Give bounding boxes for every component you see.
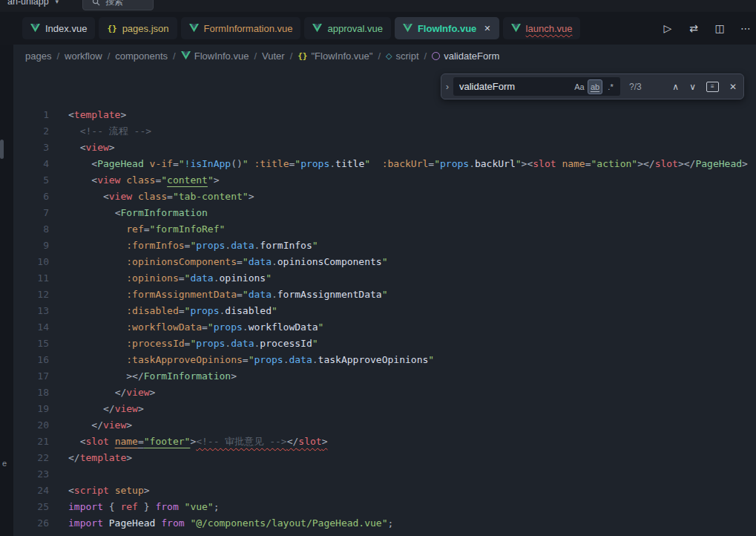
code-text: :formInfos="props.data.formInfos": [68, 238, 318, 254]
json-braces-icon: {}: [298, 51, 307, 61]
code-line[interactable]: 12 :formAssignmentData="data.formAssignm…: [0, 287, 756, 303]
find-in-selection-icon[interactable]: ≡: [706, 82, 719, 92]
breadcrumb-item-script[interactable]: ◇ script: [386, 50, 419, 62]
code-text: </view>: [68, 401, 144, 417]
chevron-down-icon[interactable]: ▾: [56, 0, 59, 5]
vue-file-icon: [189, 24, 199, 33]
code-line[interactable]: 2 <!-- 流程 -->: [0, 123, 756, 140]
breadcrumb-item-workflow[interactable]: workflow: [65, 50, 102, 62]
code-line[interactable]: 18 </view>: [0, 385, 756, 401]
breadcrumb-separator: /: [290, 50, 293, 62]
code-line[interactable]: 3 <view>: [0, 140, 756, 156]
breadcrumb-item-file[interactable]: FlowInfo.vue: [181, 50, 249, 62]
open-changes-icon[interactable]: ⇄: [686, 22, 701, 34]
code-line[interactable]: 22</template>: [0, 450, 756, 466]
code-text: :disabled="props.disabled": [68, 303, 277, 319]
code-line[interactable]: 7 <FormInformation: [0, 205, 756, 221]
symbol-module-icon: ◇: [386, 51, 392, 61]
vue-file-icon: [312, 24, 322, 33]
breadcrumb-item-components[interactable]: components: [115, 50, 168, 62]
code-text: <!-- 流程 -->: [68, 123, 151, 140]
code-text: import PageHead from "@/components/layou…: [68, 515, 393, 532]
tab-label: FlowInfo.vue: [418, 23, 476, 34]
code-text: </view>: [68, 417, 132, 434]
close-icon[interactable]: ✕: [484, 24, 490, 33]
vue-file-icon: [403, 24, 412, 33]
breadcrumb: pages / workflow / components / FlowInfo…: [0, 45, 756, 67]
breadcrumb-item-file-symbol[interactable]: {} "FlowInfo.vue": [298, 50, 372, 62]
code-text: :formAssignmentData="data.formAssignment…: [68, 287, 388, 303]
tab-label: pages.json: [122, 23, 169, 34]
breadcrumb-item-validateform[interactable]: validateForm: [432, 50, 499, 62]
tab-forminformation-vue[interactable]: FormInformation.vue: [181, 17, 301, 39]
code-line[interactable]: 4 <PageHead v-if="!isInApp()" :title="pr…: [0, 156, 756, 172]
code-line[interactable]: 25import { ref } from "vue";: [0, 499, 756, 515]
code-text: import { ref } from "vue";: [68, 499, 220, 515]
whole-word-toggle[interactable]: ab: [588, 79, 602, 94]
find-input[interactable]: validateForm Aa ab .*: [453, 77, 620, 96]
breadcrumb-separator: /: [108, 50, 111, 62]
code-line[interactable]: 26import PageHead from "@/components/lay…: [0, 515, 756, 532]
code-line[interactable]: 21 <slot name="footer"><!-- 审批意见 --></sl…: [0, 434, 756, 450]
find-query-text: validateForm: [459, 81, 571, 92]
tab-index-vue[interactable]: Index.vue: [22, 17, 95, 39]
command-search-box[interactable]: 搜索: [82, 0, 154, 10]
breadcrumb-separator: /: [378, 50, 381, 62]
code-text: :opinionsComponents="data.opinionsCompon…: [68, 254, 388, 270]
sidebar-drag-handle[interactable]: [0, 140, 4, 159]
vue-file-icon: [181, 51, 191, 60]
tab-label: launch.vue: [526, 23, 573, 34]
breadcrumb-separator: /: [173, 50, 176, 62]
tab-label: FormInformation.vue: [204, 23, 293, 34]
code-line[interactable]: 17 ></FormInformation>: [0, 368, 756, 385]
code-line[interactable]: 13 :disabled="props.disabled": [0, 303, 756, 319]
next-match-icon[interactable]: ∨: [689, 82, 696, 92]
tab-flowinfo-vue-active[interactable]: FlowInfo.vue ✕: [395, 17, 499, 39]
regex-toggle[interactable]: .*: [603, 79, 618, 94]
code-line[interactable]: 20 </view>: [0, 417, 756, 434]
code-line[interactable]: 1<template>: [0, 107, 756, 123]
breadcrumb-item-vuter[interactable]: Vuter: [262, 50, 285, 62]
code-text: <slot name="footer"><!-- 审批意见 --></slot>: [68, 434, 327, 450]
code-line[interactable]: 11 :opinions="data.opinions": [0, 270, 756, 287]
code-line[interactable]: 5 <view class="content">: [0, 172, 756, 189]
code-line[interactable]: 10 :opinionsComponents="data.opinionsCom…: [0, 254, 756, 270]
run-icon[interactable]: ▷: [660, 22, 675, 34]
code-line[interactable]: 16 :taskApproveOpinions="props.data.task…: [0, 352, 756, 368]
code-line[interactable]: 15 :processId="props.data.processId": [0, 336, 756, 352]
code-editor[interactable]: 1<template>2 <!-- 流程 -->3 <view>4 <PageH…: [0, 67, 756, 536]
code-text: <view class="content">: [68, 172, 220, 189]
code-text: <template>: [68, 107, 126, 123]
left-rail: e: [0, 45, 13, 536]
split-editor-icon[interactable]: ◫: [712, 22, 727, 34]
previous-match-icon[interactable]: ∧: [672, 82, 679, 92]
tab-approval-vue[interactable]: approval.vue: [304, 17, 390, 39]
clipped-sidebar-text: e: [2, 459, 7, 468]
tab-pages-json[interactable]: {} pages.json: [99, 17, 177, 39]
vue-file-icon: [511, 24, 521, 33]
vscode-window: an-uniapp ▾ 搜索 Index.vue {} pages.json F…: [0, 0, 756, 536]
title-bar: an-uniapp ▾ 搜索: [0, 0, 756, 12]
breadcrumb-item-pages[interactable]: pages: [25, 50, 51, 62]
project-name[interactable]: an-uniapp: [7, 0, 49, 7]
code-line[interactable]: 6 <view class="tab-content">: [0, 189, 756, 205]
find-match-count: ?/3: [629, 82, 642, 92]
code-line[interactable]: 8 ref="formInfoRef": [0, 221, 756, 238]
tab-label: Index.vue: [45, 23, 87, 34]
code-text: </template>: [68, 450, 132, 466]
code-lines: 1<template>2 <!-- 流程 -->3 <view>4 <PageH…: [0, 67, 756, 532]
search-icon: [92, 0, 100, 6]
code-text: <PageHead v-if="!isInApp()" :title="prop…: [68, 156, 748, 172]
code-line[interactable]: 19 </view>: [0, 401, 756, 417]
json-braces-icon: {}: [107, 24, 116, 33]
code-line[interactable]: 14 :workflowData="props.workflowData": [0, 319, 756, 336]
more-actions-icon[interactable]: ⋯: [738, 22, 753, 34]
match-case-toggle[interactable]: Aa: [572, 79, 587, 94]
toggle-replace-chevron-icon[interactable]: ›: [441, 74, 453, 99]
close-find-icon[interactable]: ✕: [729, 82, 737, 92]
code-line[interactable]: 23: [0, 466, 756, 483]
breadcrumb-separator: /: [56, 50, 59, 62]
code-line[interactable]: 9 :formInfos="props.data.formInfos": [0, 238, 756, 254]
tab-launch-vue[interactable]: launch.vue: [503, 17, 581, 39]
code-line[interactable]: 24<script setup>: [0, 483, 756, 499]
